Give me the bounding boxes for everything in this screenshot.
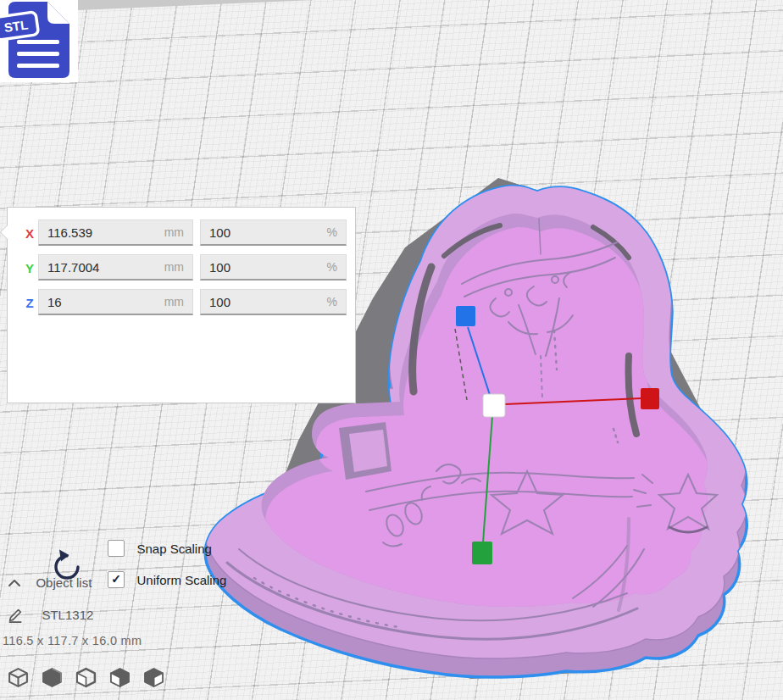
cube-right-icon [142,666,165,689]
stl-file-thumbnail: STL [0,0,78,82]
axis-x-label: X [23,226,36,241]
axis-y-label: Y [23,261,36,275]
z-percent-input[interactable] [201,290,346,314]
cube-3d-icon [7,666,30,689]
scale-row-x: X mm % [8,219,355,247]
scale-handle-center[interactable] [483,394,505,417]
y-size-field: mm [38,254,193,281]
x-size-input[interactable] [39,220,192,244]
scale-tool-panel: X mm % Y mm % Z mm % [7,207,356,403]
edit-pencil-icon [7,605,24,624]
snap-scaling-checkbox[interactable] [108,540,125,557]
y-size-input[interactable] [39,255,192,279]
object-list-toggle[interactable]: Object list [7,575,92,592]
uniform-scaling-label: Uniform Scaling [136,573,226,587]
object-name: STL1312 [42,608,93,622]
view-front-button[interactable] [41,666,64,689]
axis-z-label: Z [23,296,36,310]
y-percent-field: % [200,254,347,281]
y-percent-input[interactable] [201,255,346,279]
stl-document-icon: STL [0,0,78,82]
view-left-button[interactable] [108,666,131,689]
scale-row-z: Z mm % [8,289,355,317]
snap-scaling-option: Snap Scaling [108,540,212,557]
object-dimensions: 116.5 x 117.7 x 16.0 mm [3,634,142,647]
object-list-item[interactable]: STL1312 [7,605,93,624]
scale-row-y: Y mm % [8,254,355,282]
view-right-button[interactable] [142,666,165,689]
x-size-field: mm [38,219,193,246]
x-percent-field: % [200,219,347,246]
cube-left-icon [108,666,131,689]
chevron-up-icon [7,577,22,589]
z-size-field: mm [38,289,193,315]
camera-view-toolbar [7,666,165,690]
cube-front-icon [41,666,64,689]
scale-handle-green[interactable] [472,542,492,564]
view-3d-button[interactable] [7,666,30,689]
cube-top-icon [75,666,97,689]
x-percent-input[interactable] [201,220,346,244]
scale-handle-red[interactable] [641,388,659,409]
z-size-input[interactable] [39,290,192,314]
z-percent-field: % [200,289,347,315]
tab-pocket-floor [349,430,387,472]
snap-scaling-label: Snap Scaling [136,542,211,556]
uniform-scaling-option: ✓ Uniform Scaling [108,571,226,588]
object-list-label: Object list [36,575,92,590]
scale-handle-blue[interactable] [456,306,475,326]
uniform-scaling-checkbox[interactable]: ✓ [108,571,125,588]
view-top-button[interactable] [75,666,97,689]
